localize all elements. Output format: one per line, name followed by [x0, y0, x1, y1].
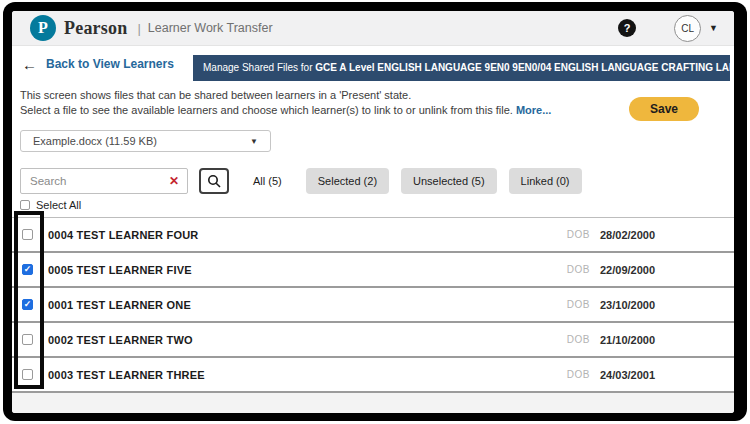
learner-name: 0003 TEST LEARNER THREE	[48, 369, 205, 381]
row-checkbox[interactable]	[22, 369, 33, 380]
filter-unselected[interactable]: Unselected (5)	[401, 168, 497, 194]
select-all-label: Select All	[36, 199, 81, 211]
dob-label: DOB	[567, 264, 590, 275]
search-input[interactable]	[20, 168, 188, 194]
pearson-logo-letter: P	[38, 19, 48, 37]
table-row[interactable]: 0003 TEST LEARNER THREE DOB 24/03/2001	[12, 358, 734, 393]
help-glyph: ?	[624, 22, 631, 34]
search-wrap: ✕	[20, 168, 188, 194]
dob-date: 22/09/2000	[600, 264, 662, 276]
screenshot-frame: P Pearson | Learner Work Transfer ? CL ▼…	[3, 2, 747, 421]
more-link[interactable]: More...	[516, 104, 551, 116]
row-checkbox[interactable]	[22, 264, 33, 275]
file-dropdown-value: Example.docx (11.59 KB)	[33, 135, 157, 147]
filter-selected[interactable]: Selected (2)	[306, 168, 389, 194]
search-icon	[207, 174, 221, 188]
row-checkbox[interactable]	[22, 334, 33, 345]
app-title: Learner Work Transfer	[148, 21, 273, 35]
dob-label: DOB	[567, 229, 590, 240]
app-window: P Pearson | Learner Work Transfer ? CL ▼…	[12, 11, 734, 413]
banner-course: GCE A Level ENGLISH LANGUAGE 9EN0 9EN0/0…	[315, 62, 730, 73]
top-bar: P Pearson | Learner Work Transfer ? CL ▼	[12, 11, 734, 46]
chevron-down-icon: ▼	[250, 137, 258, 146]
learner-name: 0002 TEST LEARNER TWO	[48, 334, 193, 346]
dob-label: DOB	[567, 369, 590, 380]
file-dropdown[interactable]: Example.docx (11.59 KB) ▼	[20, 130, 271, 152]
table-row[interactable]: 0004 TEST LEARNER FOUR DOB 28/02/2000	[12, 218, 734, 253]
learner-name: 0004 TEST LEARNER FOUR	[48, 229, 198, 241]
learner-name: 0001 TEST LEARNER ONE	[48, 299, 191, 311]
intro-line-1: This screen shows files that can be shar…	[20, 88, 734, 103]
dob-label: DOB	[567, 334, 590, 345]
search-button[interactable]	[199, 168, 229, 194]
search-row: ✕ All (5) Selected (2) Unselected (5) Li…	[12, 168, 734, 194]
clear-search-icon[interactable]: ✕	[169, 174, 179, 188]
learner-table: 0004 TEST LEARNER FOUR DOB 28/02/2000 00…	[12, 217, 734, 393]
filter-chips: All (5) Selected (2) Unselected (5) Link…	[241, 168, 582, 194]
avatar-menu-caret-icon[interactable]: ▼	[709, 23, 718, 33]
avatar[interactable]: CL	[674, 15, 701, 42]
back-arrow-icon[interactable]: ←	[22, 56, 37, 73]
avatar-initials: CL	[681, 23, 694, 34]
banner-prefix: Manage Shared Files for	[203, 62, 315, 73]
learner-name: 0005 TEST LEARNER FIVE	[48, 264, 192, 276]
row-checkbox[interactable]	[22, 299, 33, 310]
dob-label: DOB	[567, 299, 590, 310]
table-row[interactable]: 0001 TEST LEARNER ONE DOB 23/10/2000	[12, 288, 734, 323]
save-button[interactable]: Save	[629, 97, 699, 121]
intro-line-2: Select a file to see the available learn…	[20, 103, 734, 118]
table-row[interactable]: 0002 TEST LEARNER TWO DOB 21/10/2000	[12, 323, 734, 358]
manage-shared-files-banner: Manage Shared Files for GCE A Level ENGL…	[193, 55, 730, 81]
filter-linked[interactable]: Linked (0)	[509, 168, 582, 194]
dob-date: 23/10/2000	[600, 299, 662, 311]
filter-all[interactable]: All (5)	[241, 168, 294, 194]
intro-text: This screen shows files that can be shar…	[12, 88, 734, 118]
brand-name: Pearson	[64, 18, 127, 39]
dob-date: 28/02/2000	[600, 229, 662, 241]
title-divider: |	[137, 21, 140, 36]
dob-date: 24/03/2001	[600, 369, 662, 381]
dob-date: 21/10/2000	[600, 334, 662, 346]
select-all-checkbox[interactable]	[20, 200, 30, 210]
row-checkbox[interactable]	[22, 229, 33, 240]
topbar-right: ? CL ▼	[618, 15, 718, 42]
table-row[interactable]: 0005 TEST LEARNER FIVE DOB 22/09/2000	[12, 253, 734, 288]
pearson-logo-icon: P	[30, 15, 56, 41]
back-to-view-learners-link[interactable]: Back to View Learners	[46, 57, 174, 71]
select-all-row: Select All	[20, 198, 734, 212]
help-icon[interactable]: ?	[618, 19, 636, 37]
footer-strip	[12, 393, 734, 413]
